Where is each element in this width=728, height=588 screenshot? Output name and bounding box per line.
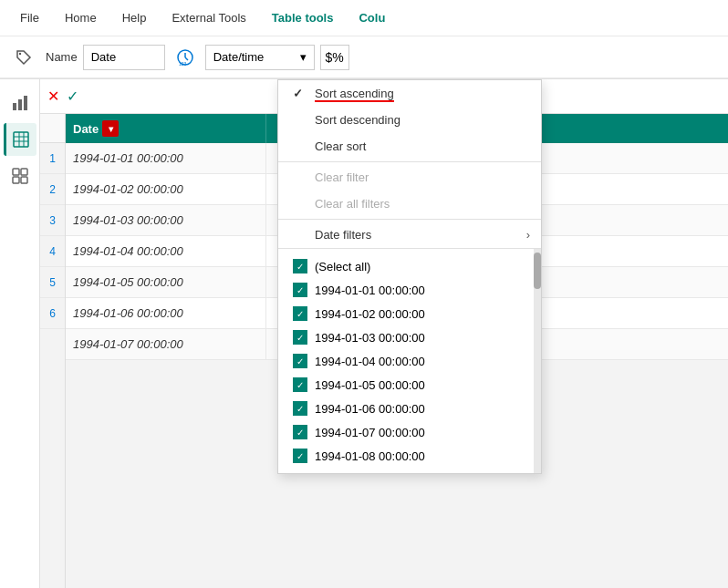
data-cell: 1994-01-04 00:00:00	[66, 236, 266, 266]
filter-label-4: 1994-01-04 00:00:00	[315, 355, 425, 368]
filter-checkbox-2[interactable]: ✓	[293, 306, 307, 321]
clear-sort-label: Clear sort	[315, 139, 366, 153]
filter-item-3[interactable]: ✓ 1994-01-03 00:00:00	[278, 325, 541, 349]
svg-rect-7	[24, 96, 27, 110]
data-cell: 1994-01-03 00:00:00	[66, 205, 266, 235]
menu-divider	[278, 161, 541, 162]
date-column-label: Date	[73, 122, 99, 136]
filter-item-7[interactable]: ✓ 1994-01-07 00:00:00	[278, 420, 541, 444]
menu-home[interactable]: Home	[52, 5, 109, 30]
menu-table-tools[interactable]: Table tools	[259, 5, 347, 30]
filter-label-6: 1994-01-06 00:00:00	[315, 402, 425, 416]
menu-colu[interactable]: Colu	[346, 5, 398, 30]
row-num-header	[40, 114, 65, 143]
clear-filter-label: Clear filter	[315, 170, 369, 184]
submenu-arrow-icon: ›	[526, 228, 530, 242]
type-value: Date/time	[213, 50, 265, 64]
filter-label-2: 1994-01-02 00:00:00	[315, 307, 425, 321]
clear-all-filters-item[interactable]: Clear all filters	[278, 191, 541, 217]
date-column-header: Date ▾	[66, 114, 266, 143]
sort-asc-checkmark: ✓	[293, 87, 307, 100]
svg-text:123: 123	[179, 61, 187, 67]
confirm-edit-button[interactable]: ✓	[67, 88, 78, 105]
filter-checkbox-5[interactable]: ✓	[293, 377, 307, 392]
cancel-edit-button[interactable]: ✕	[47, 88, 59, 105]
name-label: Name	[46, 50, 78, 64]
filter-dropdown-button[interactable]: ▾	[102, 120, 119, 137]
filter-scrollbar[interactable]	[534, 249, 541, 473]
data-cell: 1994-01-02 00:00:00	[66, 174, 266, 204]
sort-ascending-label: Sort ascending	[315, 87, 394, 100]
filter-scrollbar-thumb[interactable]	[534, 253, 541, 289]
filter-item-2[interactable]: ✓ 1994-01-02 00:00:00	[278, 302, 541, 325]
menu-divider-2	[278, 219, 541, 220]
filter-item-1[interactable]: ✓ 1994-01-01 00:00:00	[278, 278, 541, 302]
row-num-6: 6	[40, 298, 65, 329]
main-content: ✕ ✓ 1 2 3 4 5 6 Date ▾	[40, 79, 728, 588]
filter-checkbox-1[interactable]: ✓	[293, 283, 307, 297]
table-sidebar-icon[interactable]	[4, 123, 36, 156]
filter-checkbox-6[interactable]: ✓	[293, 401, 307, 416]
filter-label-5: 1994-01-05 00:00:00	[315, 378, 425, 392]
filter-checkbox-3[interactable]: ✓	[293, 330, 307, 345]
filter-checkbox-8[interactable]: ✓	[293, 449, 307, 463]
svg-rect-16	[21, 177, 27, 183]
toolbar: Name 123 Date/time ▾ $%	[0, 36, 728, 78]
format-button[interactable]: $%	[320, 45, 349, 70]
filter-item-8[interactable]: ✓ 1994-01-08 00:00:00	[278, 444, 541, 468]
filter-label-7: 1994-01-07 00:00:00	[315, 426, 425, 439]
data-cell: 1994-01-05 00:00:00	[66, 267, 266, 297]
filter-checkbox-4[interactable]: ✓	[293, 354, 307, 368]
filter-checkbox-7[interactable]: ✓	[293, 425, 307, 439]
row-num-2: 2	[40, 174, 65, 205]
chevron-down-icon: ▾	[300, 50, 307, 64]
svg-line-3	[185, 57, 188, 60]
row-num-5: 5	[40, 267, 65, 298]
svg-rect-5	[13, 103, 16, 110]
menu-external-tools[interactable]: External Tools	[159, 5, 258, 30]
filter-context-menu: ✓ Sort ascending Sort descending Clear s…	[277, 79, 542, 474]
row-numbers: 1 2 3 4 5 6	[40, 114, 66, 588]
data-cell: 1994-01-01 00:00:00	[66, 143, 266, 173]
clock-icon[interactable]: 123	[171, 45, 200, 70]
chart-sidebar-icon[interactable]	[4, 87, 36, 119]
filter-item-5[interactable]: ✓ 1994-01-05 00:00:00	[278, 373, 541, 397]
date-filters-item[interactable]: Date filters ›	[278, 222, 541, 248]
svg-rect-15	[13, 177, 19, 183]
left-sidebar	[0, 79, 40, 588]
row-num-1: 1	[40, 143, 65, 174]
filter-item-6[interactable]: ✓ 1994-01-06 00:00:00	[278, 397, 541, 420]
row-num-3: 3	[40, 205, 65, 236]
filter-label-8: 1994-01-08 00:00:00	[315, 449, 425, 463]
sort-descending-label: Sort descending	[315, 113, 400, 127]
menu-file[interactable]: File	[7, 5, 52, 30]
tag-icon[interactable]	[7, 41, 40, 74]
row-num-4: 4	[40, 236, 65, 267]
data-cell: 1994-01-06 00:00:00	[66, 298, 266, 328]
select-all-label: (Select all)	[315, 260, 370, 273]
filter-label-3: 1994-01-03 00:00:00	[315, 331, 425, 345]
svg-rect-14	[21, 169, 27, 175]
svg-rect-13	[13, 169, 19, 175]
type-dropdown[interactable]: Date/time ▾	[205, 45, 315, 70]
filter-list-section: ✓ (Select all) ✓ 1994-01-01 00:00:00 ✓ 1…	[278, 248, 541, 473]
menu-bar: File Home Help External Tools Table tool…	[0, 0, 728, 36]
clear-all-filters-label: Clear all filters	[315, 197, 390, 211]
filter-label-1: 1994-01-01 00:00:00	[315, 284, 425, 297]
sort-ascending-item[interactable]: ✓ Sort ascending	[278, 80, 541, 107]
svg-rect-6	[18, 99, 22, 110]
sort-descending-item[interactable]: Sort descending	[278, 107, 541, 133]
date-filters-label: Date filters	[315, 228, 371, 242]
filter-item-4[interactable]: ✓ 1994-01-04 00:00:00	[278, 349, 541, 373]
clear-sort-item[interactable]: Clear sort	[278, 133, 541, 160]
svg-point-0	[19, 52, 21, 54]
filter-select-all[interactable]: ✓ (Select all)	[278, 254, 541, 278]
menu-help[interactable]: Help	[109, 5, 160, 30]
data-cell: 1994-01-07 00:00:00	[66, 329, 266, 359]
clear-filter-item[interactable]: Clear filter	[278, 164, 541, 191]
name-input[interactable]	[83, 45, 165, 70]
pivot-sidebar-icon[interactable]	[4, 160, 36, 192]
select-all-checkbox[interactable]: ✓	[293, 259, 307, 273]
svg-rect-8	[14, 132, 28, 147]
